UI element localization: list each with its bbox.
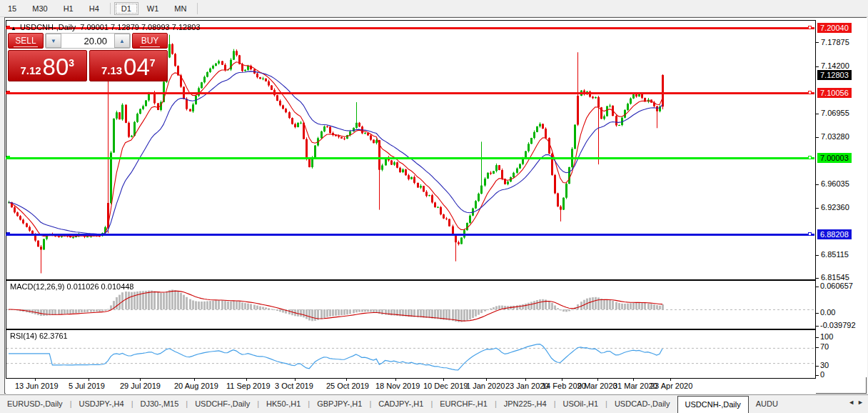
timeframe-button-w1[interactable]: W1 [140, 2, 166, 15]
sell-price-sup: 3 [69, 57, 74, 69]
timeframe-button-d1[interactable]: D1 [114, 2, 138, 15]
quote-open: 7.09001 [80, 23, 108, 31]
date-label: 10 Dec 2019 [423, 382, 468, 390]
rsi-axis-0: 0 [816, 370, 868, 379]
date-label: 9 Mar 2020 [577, 382, 617, 390]
date-label: 11 Sep 2019 [226, 382, 271, 390]
hline-right-handle[interactable] [808, 26, 812, 29]
date-tick [295, 379, 296, 381]
price-tag-7.12803: 7.12803 [817, 70, 852, 80]
timeframe-button-h4[interactable]: H4 [82, 2, 106, 15]
symbol-tab-gbpjpy-h1[interactable]: GBPJPY-,H1 [310, 395, 369, 413]
macd-values: 0.011026 0.010448 [66, 282, 133, 291]
macd-axis-0.00: 0.00 [816, 308, 868, 317]
timeframe-button-h1[interactable]: H1 [56, 2, 81, 15]
volume-input[interactable] [61, 34, 114, 48]
rsi-value: 62.3761 [39, 332, 68, 340]
date-axis[interactable]: 13 Jun 20195 Jul 201929 Jul 201920 Aug 2… [6, 379, 816, 394]
chart-title: ▲USDCNH-,Daily 7.09001 7.12879 7.08993 7… [11, 23, 201, 31]
symbol-tab-cadjpy-h1[interactable]: CADJPY-,H1 [371, 395, 430, 413]
tab-scroll-left-button[interactable]: ◄ [848, 399, 857, 406]
chart-symbol-period: USDCNH-,Daily [20, 23, 76, 31]
quote-low: 7.08993 [141, 23, 170, 31]
hline-7.00003[interactable] [6, 157, 814, 159]
rsi-axis-30: 30 [816, 361, 868, 369]
macd-panel: MACD(12,26,9) 0.011026 0.010448 [6, 280, 816, 329]
symbol-tab-audu[interactable]: AUDU [749, 395, 785, 413]
price-tick-7.17875: 7.17875 [816, 38, 849, 46]
tab-scroll-arrows: ◄► [848, 399, 867, 406]
price-tag-7.10056: 7.10056 [817, 88, 852, 98]
date-tick [246, 379, 247, 381]
timeframe-button-15[interactable]: 15 [1, 2, 24, 15]
price-tick-6.81545: 6.81545 [816, 273, 849, 282]
hline-7.10056[interactable] [6, 92, 814, 94]
hline-left-handle[interactable] [6, 232, 10, 236]
rsi-label: RSI(14) 62.3761 [10, 332, 68, 340]
symbol-tab-usdchf-daily[interactable]: USDCHF-,Daily [188, 395, 257, 413]
rsi-panel: RSI(14) 62.3761 [6, 329, 816, 379]
tab-scroll-right-button[interactable]: ► [857, 399, 867, 406]
symbol-tab-usdjpy-h4[interactable]: USDJPY-,H4 [71, 395, 131, 413]
buy-price-big: 04 [123, 55, 150, 79]
symbol-tab-jpn225-h4[interactable]: JPN225-,H4 [497, 395, 554, 413]
symbol-tab-bar: EURUSD-,Daily|USDJPY-,H4|DJ30-,M15|USDCH… [0, 394, 868, 413]
price-tick-7.14200: 7.14200 [816, 61, 849, 70]
symbol-tab-usoil-h1[interactable]: USOil-,H1 [556, 395, 606, 413]
hline-right-handle[interactable] [808, 91, 812, 94]
date-label: 13 Jun 2019 [15, 382, 59, 390]
sell-price-tile[interactable]: 7.12 80 3 [8, 50, 87, 81]
symbol-tab-hk50-h1[interactable]: HK50-,H1 [259, 395, 308, 413]
symbol-tab-usdcnh-daily[interactable]: USDCNH-,Daily [677, 396, 749, 413]
price-tick-6.85115: 6.85115 [816, 250, 849, 259]
volume-stepper: ▼ ▲ [45, 33, 131, 49]
buy-price-tile[interactable]: 7.13 04 7 [89, 50, 168, 81]
buy-button[interactable]: BUY [132, 33, 168, 49]
price-tick-7.03280: 7.03280 [816, 132, 849, 141]
sell-price-small: 7.12 [20, 64, 41, 76]
sell-price-big: 80 [43, 55, 69, 79]
hline-left-handle[interactable] [6, 156, 10, 159]
timeframe-button-m30[interactable]: M30 [25, 2, 54, 15]
date-tick [346, 379, 347, 381]
date-tick [35, 379, 36, 381]
date-tick [562, 379, 562, 381]
buy-price-small: 7.13 [101, 64, 122, 76]
volume-increase-button[interactable]: ▲ [114, 34, 130, 48]
date-label: 29 Jul 2019 [120, 382, 161, 390]
toolbar-separator [197, 3, 198, 14]
sell-button[interactable]: SELL [8, 33, 44, 49]
date-tick [670, 379, 671, 381]
rsi-axis-100: 100 [816, 332, 868, 341]
date-label: 1 Jan 2020 [466, 382, 505, 390]
price-tag-7.00003: 7.00003 [817, 153, 852, 163]
date-tick [89, 379, 89, 381]
symbol-tab-usdcad-daily[interactable]: USDCAD-,Daily [607, 395, 677, 413]
chart-window: ▲USDCNH-,Daily 7.09001 7.12879 7.08993 7… [4, 17, 867, 394]
buy-price-sup: 7 [150, 57, 156, 69]
toolbar-separator [110, 3, 111, 14]
symbol-tab-dj30-m15[interactable]: DJ30-,M15 [133, 395, 186, 413]
price-tick-6.92360: 6.92360 [816, 203, 849, 212]
symbol-tab-eurusd-daily[interactable]: EURUSD-,Daily [0, 395, 70, 413]
quote-close: 7.12803 [172, 23, 201, 31]
hline-right-handle[interactable] [808, 232, 812, 236]
hline-right-handle[interactable] [808, 156, 812, 159]
rsi-canvas[interactable] [6, 330, 815, 378]
hline-left-handle[interactable] [6, 91, 10, 94]
timeframe-button-mn[interactable]: MN [167, 2, 193, 15]
date-tick [633, 379, 634, 381]
rsi-axis-70: 70 [816, 342, 868, 351]
date-label: 20 Aug 2019 [174, 382, 218, 390]
quote-high: 7.12879 [111, 23, 139, 31]
date-tick [525, 379, 526, 381]
price-tag-6.88208: 6.88208 [817, 229, 852, 239]
symbol-tab-eurchf-h1[interactable]: EURCHF-,H1 [433, 395, 495, 413]
volume-decrease-button[interactable]: ▼ [46, 34, 61, 48]
date-label: 3 Oct 2019 [275, 382, 313, 390]
hline-left-handle[interactable] [6, 26, 10, 29]
collapse-triangle-icon[interactable]: ▲ [11, 25, 16, 31]
hline-6.88208[interactable] [6, 234, 814, 236]
date-tick [140, 379, 141, 381]
macd-label: MACD(12,26,9) 0.011026 0.010448 [10, 282, 133, 291]
